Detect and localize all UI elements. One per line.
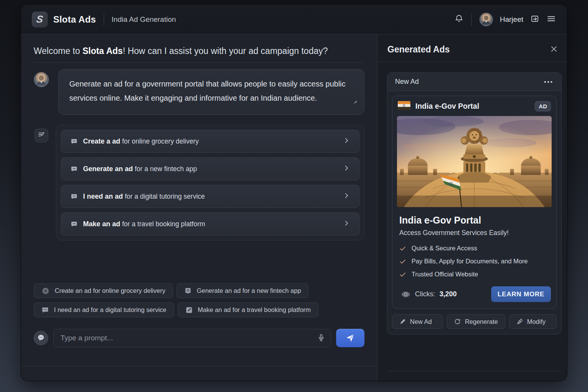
send-button[interactable]: [336, 329, 364, 347]
chat-log-button[interactable]: [530, 14, 539, 24]
mic-button[interactable]: [317, 333, 325, 343]
chip-label: Make an ad for a travel booking platform: [198, 306, 311, 314]
menu-button[interactable]: [546, 14, 556, 25]
chip-tutoring[interactable]: I need an ad for a digital tutoring serv…: [34, 302, 174, 317]
action-label: Regenerate: [465, 318, 498, 325]
circle-x-icon: [41, 287, 50, 295]
panel-title: Generated Ads: [387, 44, 450, 55]
ad-subheadline: Access Government Services Easily!: [399, 229, 549, 237]
action-label: Modify: [527, 318, 546, 325]
suggestion-fintech[interactable]: Generate an ad for a new fintech app: [61, 157, 359, 180]
ad-badge: AD: [535, 101, 551, 111]
welcome-suffix: ! How can I assist you with your ad camp…: [123, 46, 328, 56]
chat-area: Welcome to Slota Ads! How can I assist y…: [21, 34, 377, 381]
prompt-input-container: [53, 329, 331, 347]
app-logo: S: [32, 11, 48, 28]
message-icon: [70, 193, 78, 200]
suggestion-list: Create a ad for online grocery delivery …: [56, 125, 364, 240]
chip-label: I need an ad for a digital tutoring serv…: [54, 306, 167, 314]
ad-image: [397, 116, 552, 207]
message-icon: [70, 138, 78, 145]
card-title: New Ad: [395, 78, 419, 86]
welcome-heading: Welcome to Slota Ads! How can I assist y…: [34, 46, 364, 63]
close-icon: [549, 44, 559, 55]
ad-preview: India e-Gov Portal AD: [392, 96, 557, 309]
eye-icon: [401, 289, 411, 299]
notifications-button[interactable]: [454, 14, 464, 24]
check-icon: [399, 258, 406, 265]
clicks-value: 3,200: [439, 290, 457, 298]
user-avatar[interactable]: [479, 13, 493, 26]
app-name: Slota Ads: [53, 14, 96, 25]
user-message-text: Generate an ad for a government portal t…: [69, 80, 346, 102]
new-ad-button[interactable]: New Ad: [392, 314, 443, 329]
regenerate-button[interactable]: Regenerate: [447, 314, 505, 329]
sent-arrow-icon: [352, 96, 358, 110]
action-label: New Ad: [410, 318, 432, 325]
chip-label: Generate an ad for a new fintech app: [197, 287, 301, 294]
learn-more-button[interactable]: LEARN MORE: [491, 286, 551, 302]
welcome-brand: Slota Ads: [82, 46, 122, 56]
suggestion-grocery[interactable]: Create a ad for online grocery delivery: [61, 130, 359, 153]
assistant-badge: [34, 129, 48, 142]
chip-fintech[interactable]: Generate an ad for a new fintech app: [176, 283, 309, 298]
page-title: India Ad Generation: [112, 15, 176, 24]
card-menu-button[interactable]: •••: [544, 78, 554, 85]
clicks-stat: Clicks: 3,200: [401, 289, 457, 299]
suggestion-label: Generate an ad for a new fintech app: [83, 165, 197, 173]
chip-grocery[interactable]: Create an ad for online grocery delivery: [34, 283, 173, 298]
chip-label: Create an ad for online grocery delivery: [55, 287, 165, 294]
suggestion-tutoring[interactable]: I need an ad for a digital tutoring serv…: [61, 185, 359, 208]
feature-label: Pay Bills, Apply for Documents, and More: [412, 258, 528, 265]
hamburger-icon: [546, 14, 556, 25]
prompt-bar: [34, 329, 364, 347]
fountain-pen-icon: [516, 318, 523, 325]
ellipsis-icon: •••: [544, 78, 554, 85]
paper-plane-icon: [345, 333, 355, 344]
prompt-input[interactable]: [60, 334, 317, 342]
ad-headline: India e-Gov Portal: [399, 215, 549, 226]
welcome-prefix: Welcome to: [34, 46, 82, 56]
chevron-right-icon: [343, 220, 350, 229]
header-divider: [104, 13, 104, 26]
quick-chips: Create an ad for online grocery delivery…: [34, 283, 344, 317]
speech-dots-icon: [37, 334, 45, 343]
refresh-icon: [454, 318, 461, 325]
message-icon: [70, 220, 78, 228]
chevron-right-icon: [343, 192, 350, 201]
feature-label: Quick & Secure Access: [412, 245, 477, 252]
india-flag-icon: [398, 101, 410, 111]
microphone-icon: [317, 333, 325, 343]
ad-brand-name: India e-Gov Portal: [415, 102, 479, 111]
ad-feature-list: Quick & Secure Access Pay Bills, Apply f…: [399, 245, 549, 278]
logo-letter: S: [36, 13, 44, 25]
chat-footer-divider: [21, 366, 377, 366]
new-ad-card: New Ad ••• India e-Gov Portal AD: [387, 72, 562, 335]
generated-ads-panel: Generated Ads New Ad •••: [377, 34, 567, 381]
feature-item: Trusted Official Website: [399, 271, 549, 278]
message-lines-icon: [184, 287, 192, 295]
panel-footer-divider: [387, 371, 562, 371]
message-forward-icon: [530, 14, 539, 24]
user-name: Harjeet: [500, 15, 523, 24]
suggestion-travel[interactable]: Make an ad for a travel booking platform: [61, 212, 359, 235]
ad-actions: New Ad Regenerate Modify: [392, 314, 557, 329]
app-window: S Slota Ads India Ad Generation Harjeet: [21, 5, 567, 381]
chevron-right-icon: [343, 165, 350, 173]
header-divider: [471, 13, 472, 26]
chip-travel[interactable]: Make an ad for a travel booking platform: [178, 302, 318, 317]
pen-square-icon: [185, 306, 193, 314]
feature-item: Quick & Secure Access: [399, 245, 549, 252]
suggestion-label: I need an ad for a digital tutoring serv…: [83, 193, 205, 201]
modify-button[interactable]: Modify: [509, 314, 557, 329]
feature-label: Trusted Official Website: [412, 271, 478, 278]
message-avatar: [34, 72, 49, 87]
check-icon: [399, 245, 406, 252]
close-panel-button[interactable]: [549, 44, 559, 55]
compose-icon: [38, 131, 45, 140]
clicks-label: Clicks:: [415, 290, 435, 298]
message-dots-icon: [41, 306, 49, 314]
pen-icon: [399, 318, 406, 325]
chevron-right-icon: [343, 137, 350, 146]
chat-bubble-button[interactable]: [34, 331, 48, 345]
